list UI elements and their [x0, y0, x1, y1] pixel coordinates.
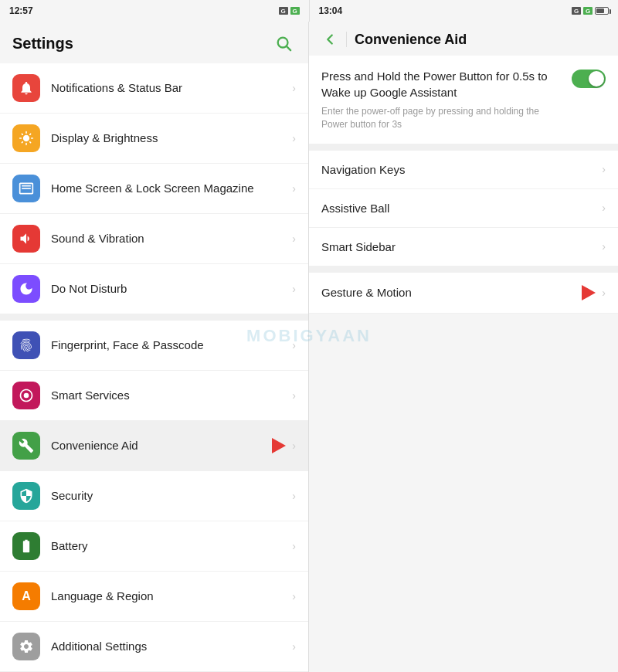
settings-item-smartservices[interactable]: Smart Services ›	[0, 371, 308, 421]
security-chevron: ›	[292, 490, 296, 502]
power-button-item[interactable]: Press and Hold the Power Button for 0.5s…	[309, 56, 618, 144]
fingerprint-label: Fingerprint, Face & Passcode	[51, 338, 286, 353]
toggle-thumb	[589, 71, 604, 87]
svg-line-1	[287, 46, 290, 50]
gesture-motion-chevron: ›	[602, 287, 606, 299]
navigation-keys-label: Navigation Keys	[321, 163, 602, 176]
detail-item-navigation-keys[interactable]: Navigation Keys ›	[309, 151, 618, 189]
notifications-icon	[12, 74, 40, 102]
navigation-keys-chevron: ›	[602, 163, 606, 175]
convenienceaid-red-arrow	[272, 438, 286, 453]
section-divider-1	[0, 314, 308, 321]
settings-item-fingerprint[interactable]: Fingerprint, Face & Passcode ›	[0, 321, 308, 371]
smartservices-label: Smart Services	[51, 388, 286, 403]
signal-icon: G	[279, 7, 288, 15]
detail-divider-1	[309, 144, 618, 151]
settings-item-sound[interactable]: Sound & Vibration ›	[0, 214, 308, 264]
settings-list: Notifications & Status Bar › Display & B…	[0, 63, 308, 672]
sound-label: Sound & Vibration	[51, 231, 286, 246]
detail-item-smart-sidebar[interactable]: Smart Sidebar ›	[309, 228, 618, 266]
detail-divider-2	[309, 266, 618, 273]
smartservices-chevron: ›	[292, 389, 296, 402]
right-status-icons: G G	[572, 7, 609, 15]
convenienceaid-arrow-container	[266, 438, 286, 453]
battery-chevron: ›	[292, 540, 296, 552]
left-status-icons: G G	[279, 7, 300, 15]
header-divider	[346, 32, 347, 47]
homescreen-label: Home Screen & Lock Screen Magazine	[51, 181, 286, 196]
smartservices-icon	[12, 382, 40, 409]
homescreen-chevron: ›	[292, 182, 296, 195]
settings-title: Settings	[12, 35, 73, 53]
language-label: Language & Region	[51, 589, 286, 604]
power-button-title: Press and Hold the Power Button for 0.5s…	[321, 68, 562, 100]
signal-icon-2: G	[290, 7, 300, 15]
left-time: 12:57	[9, 5, 33, 16]
display-label: Display & Brightness	[51, 131, 286, 146]
assistive-ball-chevron: ›	[602, 202, 606, 214]
svg-rect-3	[22, 188, 31, 189]
security-icon	[12, 482, 40, 510]
additional-icon	[12, 633, 40, 660]
gesture-motion-red-arrow	[582, 285, 596, 300]
main-screens: Settings Notifications & St	[0, 22, 618, 672]
donotdisturb-icon	[12, 275, 40, 303]
display-chevron: ›	[292, 132, 296, 144]
security-label: Security	[51, 488, 286, 504]
battery-label: Battery	[51, 538, 286, 554]
right-time: 13:04	[319, 5, 343, 16]
donotdisturb-label: Do Not Disturb	[51, 281, 286, 297]
language-chevron: ›	[292, 590, 296, 602]
donotdisturb-chevron: ›	[292, 283, 296, 295]
convenienceaid-chevron: ›	[292, 440, 296, 452]
gesture-motion-label: Gesture & Motion	[321, 286, 576, 299]
additional-label: Additional Settings	[51, 639, 286, 654]
convenienceaid-label: Convenience Aid	[51, 438, 266, 453]
settings-header: Settings	[0, 22, 308, 63]
additional-chevron: ›	[292, 640, 296, 653]
settings-item-security[interactable]: Security ›	[0, 471, 308, 521]
settings-item-convenienceaid[interactable]: Convenience Aid ›	[0, 421, 308, 471]
settings-item-notifications[interactable]: Notifications & Status Bar ›	[0, 63, 308, 114]
sound-icon	[12, 225, 40, 253]
fingerprint-chevron: ›	[292, 339, 296, 351]
display-icon	[12, 124, 40, 152]
settings-item-battery[interactable]: Battery ›	[0, 521, 308, 572]
detail-list: Press and Hold the Power Button for 0.5s…	[309, 56, 618, 672]
search-button[interactable]	[271, 31, 296, 56]
homescreen-icon	[12, 175, 40, 202]
settings-item-language[interactable]: A Language & Region ›	[0, 572, 308, 622]
power-button-subtitle: Enter the power-off page by pressing and…	[321, 105, 562, 131]
settings-item-homescreen[interactable]: Home Screen & Lock Screen Magazine ›	[0, 164, 308, 214]
fingerprint-icon	[12, 331, 40, 359]
battery-settings-icon	[12, 532, 40, 560]
settings-item-additional[interactable]: Additional Settings ›	[0, 622, 308, 672]
detail-header: Convenience Aid	[309, 22, 618, 56]
svg-rect-2	[22, 185, 31, 187]
power-button-content: Press and Hold the Power Button for 0.5s…	[321, 68, 562, 131]
smart-sidebar-label: Smart Sidebar	[321, 240, 602, 253]
detail-panel: Convenience Aid Press and Hold the Power…	[309, 22, 618, 672]
right-signal-icon: G	[572, 7, 581, 15]
detail-item-gesture-motion[interactable]: Gesture & Motion ›	[309, 273, 618, 314]
back-button[interactable]	[321, 31, 338, 48]
right-status-bar: 13:04 G G	[309, 0, 619, 22]
status-bars: 12:57 G G 13:04 G G	[0, 0, 618, 22]
svg-point-4	[24, 393, 29, 399]
settings-item-donotdisturb[interactable]: Do Not Disturb ›	[0, 264, 308, 314]
sound-chevron: ›	[292, 232, 296, 245]
left-status-bar: 12:57 G G	[0, 0, 309, 22]
settings-panel: Settings Notifications & St	[0, 22, 309, 672]
notifications-chevron: ›	[292, 82, 296, 94]
assistive-ball-label: Assistive Ball	[321, 202, 602, 215]
detail-item-assistive-ball[interactable]: Assistive Ball ›	[309, 189, 618, 228]
right-signal-icon-2: G	[583, 7, 593, 15]
language-icon: A	[12, 582, 40, 610]
battery-icon	[595, 7, 609, 15]
smart-sidebar-chevron: ›	[602, 240, 606, 253]
notifications-label: Notifications & Status Bar	[51, 80, 286, 96]
detail-title: Convenience Aid	[355, 32, 467, 48]
settings-item-display[interactable]: Display & Brightness ›	[0, 114, 308, 164]
convenienceaid-icon	[12, 432, 40, 460]
google-assistant-toggle[interactable]	[572, 70, 606, 88]
